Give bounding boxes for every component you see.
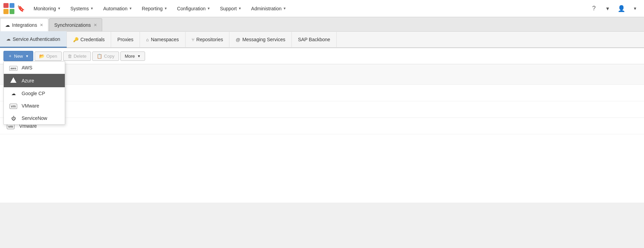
gcp-icon: ☁ [9,91,17,96]
row-text: Vmware [19,123,639,129]
cloud-icon: ☁ [5,22,10,28]
user-dropdown-icon[interactable]: ▼ [630,3,641,14]
close-synchronizations-tab[interactable]: ✕ [94,23,97,27]
sub-tab-messaging-services[interactable]: @ Messaging Services [229,31,291,48]
chevron-down-icon: ▼ [90,7,94,10]
close-integrations-tab[interactable]: ✕ [40,23,43,27]
aws-icon: aws [9,65,17,70]
plus-icon: ＋ [8,53,12,59]
open-icon: 📂 [39,54,45,59]
nav-item-configuration[interactable]: Configuration ▼ [173,4,214,13]
bookmark-icon[interactable]: 🔖 [17,5,25,12]
azure-icon [9,77,17,84]
empty-area [0,134,644,203]
main-tabs-bar: ☁ Integrations ✕ Synchronizations ✕ [0,17,644,32]
toolbar: ＋ New ▼ aws AWS Azure ☁ Google CP [0,48,644,64]
notifications-icon[interactable]: ▼ [602,3,613,14]
row-text: t_auth [19,107,639,112]
sub-tab-namespaces[interactable]: ⌂ Namespaces [140,31,186,48]
dropdown-item-azure[interactable]: Azure [4,74,65,87]
more-button[interactable]: More ▼ [120,52,145,61]
delete-button[interactable]: 🗑 Delete [63,52,91,61]
copy-button[interactable]: 📋 Copy [92,52,119,61]
sub-tab-repositories[interactable]: ⑂ Repositories [186,31,230,48]
logo-sq-1 [3,3,9,8]
chevron-down-icon: ▼ [238,7,241,10]
table-row[interactable]: vm Vmware [0,118,644,134]
copy-icon: 📋 [97,54,102,59]
chevron-down-icon: ▼ [25,54,29,58]
vmware-icon: vm [9,103,17,109]
home-icon: ⌂ [146,37,149,42]
sub-tab-credentials[interactable]: 🔑 Credentials [67,31,111,48]
nav-item-automation[interactable]: Automation ▼ [99,4,136,13]
new-btn-container: ＋ New ▼ aws AWS Azure ☁ Google CP [3,51,33,61]
nav-right-icons: ? ▼ 👤 ▼ [588,3,641,14]
table-row[interactable] [0,64,644,85]
repo-icon: ⑂ [192,37,194,42]
user-icon[interactable]: 👤 [616,3,627,14]
tab-integrations[interactable]: ☁ Integrations ✕ [0,18,48,32]
chevron-down-icon: ▼ [207,7,211,10]
table-row[interactable]: vm t_auth [0,101,644,118]
dropdown-item-vmware[interactable]: vm VMware [4,100,65,112]
dropdown-item-aws[interactable]: aws AWS [4,61,65,74]
help-icon[interactable]: ? [588,3,599,14]
content-area: a Integration vm t_auth vm Vmware [0,64,644,203]
key-icon: 🔑 [73,37,79,42]
top-nav-bar: 🔖 Monitoring ▼ Systems ▼ Automation ▼ Re… [0,0,644,17]
nav-item-systems[interactable]: Systems ▼ [66,4,98,13]
sub-tab-sap-backbone[interactable]: SAP Backbone [292,31,337,48]
table-row[interactable]: a Integration [0,85,644,101]
logo-sq-3 [3,9,9,14]
app-logo [3,3,14,14]
open-button[interactable]: 📂 Open [35,52,62,61]
sub-tab-proxies[interactable]: Proxies [111,31,140,48]
nav-item-support[interactable]: Support ▼ [216,4,246,13]
logo-sq-2 [10,3,15,8]
chevron-down-icon: ▼ [283,7,286,10]
new-dropdown-menu: aws AWS Azure ☁ Google CP vm VMware [3,61,65,125]
at-icon: @ [236,37,240,42]
tab-synchronizations[interactable]: Synchronizations ✕ [49,18,102,31]
row-text: a Integration [19,90,639,96]
dropdown-item-google-cp[interactable]: ☁ Google CP [4,87,65,100]
sub-tab-service-authentication[interactable]: ☁ Service Authentication [0,31,67,48]
logo-sq-4 [10,9,15,14]
cloud-subtab-icon: ☁ [6,36,11,42]
chevron-down-icon: ▼ [164,7,167,10]
nav-item-reporting[interactable]: Reporting ▼ [138,4,172,13]
sub-tabs-bar: ☁ Service Authentication 🔑 Credentials P… [0,32,644,48]
chevron-down-icon: ▼ [129,7,132,10]
dropdown-item-servicenow[interactable]: ⏻ ServiceNow [4,112,65,124]
nav-item-administration[interactable]: Administration ▼ [247,4,290,13]
nav-menu: Monitoring ▼ Systems ▼ Automation ▼ Repo… [29,4,588,13]
nav-item-monitoring[interactable]: Monitoring ▼ [29,4,65,13]
servicenow-icon: ⏻ [9,116,17,121]
new-button[interactable]: ＋ New ▼ [3,51,33,61]
chevron-down-icon: ▼ [137,54,141,58]
chevron-down-icon: ▼ [57,7,61,10]
trash-icon: 🗑 [68,54,72,59]
